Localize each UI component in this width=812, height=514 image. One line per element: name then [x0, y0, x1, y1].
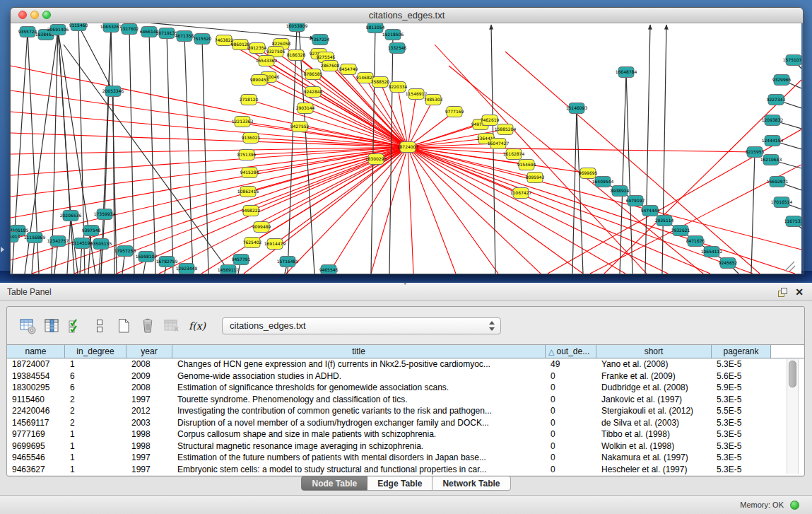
table-cell[interactable]: 0 [546, 464, 596, 476]
table-cell[interactable]: 5.3E-5 [712, 358, 771, 370]
network-node[interactable]: 8186328 [287, 50, 306, 61]
network-node[interactable]: 6979197 [626, 196, 645, 206]
tab-network-table[interactable]: Network Table [433, 476, 510, 491]
network-node[interactable]: 9699695 [579, 168, 598, 179]
table-row[interactable]: 1456911722003Disruption of a novel membe… [7, 417, 804, 429]
tab-edge-table[interactable]: Edge Table [367, 476, 433, 491]
table-cell[interactable]: 1997 [126, 452, 172, 464]
network-node[interactable]: 9415284 [240, 168, 259, 178]
network-node[interactable]: 9245652 [719, 258, 738, 269]
network-node[interactable]: 8786585 [304, 69, 323, 80]
network-node[interactable]: 9474444 [641, 206, 660, 216]
table-cell[interactable]: 0 [546, 452, 596, 464]
float-panel-icon[interactable] [777, 287, 788, 298]
table-cell[interactable]: 0 [546, 405, 596, 417]
window-minimize-button[interactable] [30, 11, 39, 19]
network-node[interactable]: 11067427 [510, 188, 532, 199]
table-cell[interactable]: Nakamura et al. (1997) [596, 452, 712, 464]
table-cell[interactable]: 5.5E-5 [712, 405, 771, 417]
table-cell[interactable]: 1 [65, 358, 126, 370]
column-header-short[interactable]: short [596, 345, 712, 358]
network-node[interactable]: 9242848 [304, 87, 323, 98]
network-node[interactable]: 8095943 [526, 173, 545, 183]
table-cell[interactable]: 9115460 [7, 394, 65, 406]
column-header-name[interactable]: name [7, 345, 65, 358]
network-node[interactable]: 9099489 [252, 222, 271, 233]
network-node[interactable]: 16648784 [616, 67, 637, 78]
window-zoom-button[interactable] [42, 11, 51, 19]
table-cell[interactable]: 2 [65, 417, 126, 429]
table-cell[interactable]: 2008 [126, 382, 172, 394]
network-node[interactable]: 2867608 [321, 61, 340, 71]
network-node[interactable]: 7485303 [424, 95, 443, 105]
network-node[interactable]: 16914479 [264, 239, 286, 250]
network-node[interactable]: 15146093 [566, 103, 588, 114]
table-row[interactable]: 977716911998Corpus callosum shape and si… [7, 428, 804, 440]
table-cell[interactable]: 9463627 [7, 464, 65, 476]
network-node[interactable]: 9465546 [319, 265, 339, 274]
table-cell[interactable]: 2003 [126, 417, 172, 429]
table-cell[interactable]: 6 [65, 370, 126, 382]
table-cell[interactable]: 6 [65, 382, 126, 394]
network-node[interactable]: 16162874 [503, 149, 525, 160]
table-cell[interactable]: Structural magnetic resonance image aver… [172, 440, 546, 452]
network-node[interactable]: 9329966 [772, 75, 792, 86]
network-node[interactable]: 9498222 [242, 206, 261, 216]
table-cell[interactable]: Wolkin et al. (1998) [596, 440, 712, 452]
network-node[interactable]: 8912354 [248, 43, 267, 54]
network-node[interactable]: 8215953 [746, 147, 765, 158]
table-cell[interactable]: 5.3E-5 [712, 394, 771, 406]
network-node[interactable]: 9227343 [767, 95, 786, 105]
table-row[interactable]: 946554611997Estimation of the future num… [7, 452, 804, 464]
network-node[interactable]: 9890453 [250, 75, 269, 86]
table-row[interactable]: 969969511998Structural magnetic resonanc… [7, 440, 804, 452]
network-view-canvas[interactable]: 9355724193845542069140691154601065326713… [11, 23, 801, 274]
network-node[interactable]: 15885204 [495, 124, 517, 135]
table-cell[interactable]: Yano et al. (2008) [596, 358, 712, 370]
network-node[interactable]: 12444154 [762, 136, 784, 146]
network-node[interactable]: 8220334 [389, 82, 408, 93]
table-cell[interactable]: 0 [546, 394, 596, 406]
table-cell[interactable]: Estimation of significance thresholds fo… [172, 382, 546, 394]
network-node[interactable]: 8471676 [686, 236, 705, 247]
column-header-pagerank[interactable]: pagerank [712, 345, 771, 358]
network-node[interactable]: 10862415 [237, 187, 259, 197]
canvas-resize-grip[interactable] [785, 262, 795, 271]
network-node[interactable]: 7932621 [671, 226, 690, 236]
table-row[interactable]: 1938455462009Genome-wide association stu… [7, 370, 804, 382]
select-column-button[interactable] [41, 315, 62, 337]
table-cell[interactable]: 2009 [126, 370, 172, 382]
table-cell[interactable]: 9465546 [7, 452, 65, 464]
table-cell[interactable]: 1 [65, 452, 126, 464]
network-node[interactable]: 18300295 [365, 154, 387, 165]
table-cell[interactable]: 5.3E-5 [712, 452, 771, 464]
network-node[interactable]: 15751074 [783, 55, 801, 66]
network-node[interactable]: 7462619 [481, 115, 500, 126]
network-node[interactable]: 12342757 [47, 236, 69, 247]
network-node[interactable]: 10654112 [701, 247, 723, 257]
network-node[interactable]: 2903144 [296, 103, 315, 114]
table-cell[interactable]: Investigating the contribution of common… [172, 405, 546, 417]
table-scrollbar[interactable] [787, 359, 799, 474]
network-node[interactable]: 9355724 [18, 27, 37, 37]
table-cell[interactable]: 1997 [126, 394, 172, 406]
close-panel-icon[interactable]: ✕ [795, 286, 804, 298]
table-cell[interactable]: 1998 [126, 428, 172, 440]
network-node[interactable]: 8454749 [339, 64, 358, 75]
table-cell[interactable]: Tibbo et al. (1998) [596, 428, 712, 440]
panel-collapse-arrow[interactable] [1, 247, 4, 252]
delete-table-button[interactable] [161, 315, 182, 337]
table-cell[interactable]: Embryonic stem cells: a model to study s… [172, 464, 546, 476]
window-close-button[interactable] [18, 11, 27, 19]
table-cell[interactable]: 5.3E-5 [712, 417, 771, 429]
network-node[interactable]: 20053346 [102, 86, 124, 97]
table-cell[interactable]: 5.6E-5 [712, 370, 771, 382]
table-row[interactable]: 1872400712008Changes of HCN gene express… [7, 358, 804, 370]
table-cell[interactable]: 2 [65, 394, 126, 406]
table-row[interactable]: 911546021997Tourette syndrome. Phenomeno… [7, 394, 804, 406]
network-node[interactable]: 16047427 [488, 139, 510, 149]
table-cell[interactable]: 14569117 [7, 417, 65, 429]
table-cell[interactable]: 0 [546, 428, 596, 440]
network-node[interactable]: 9860128 [231, 40, 250, 50]
create-column-button[interactable] [113, 315, 134, 337]
